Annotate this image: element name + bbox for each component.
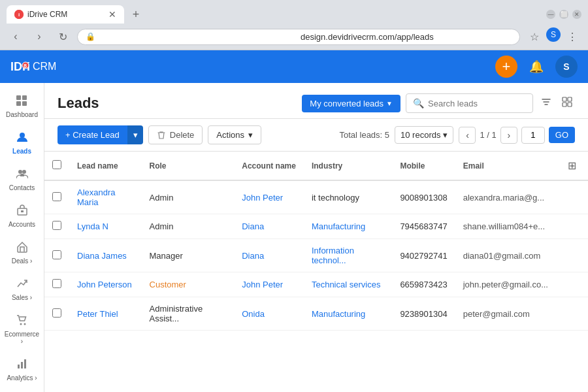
svg-text:8: 8: [24, 63, 27, 69]
minimize-button[interactable]: —: [546, 10, 555, 19]
actions-button[interactable]: Actions ▾: [208, 125, 261, 144]
records-arrow: ▾: [443, 130, 448, 140]
lead-name-link[interactable]: Alexandra Maria: [77, 188, 116, 207]
lead-name-link[interactable]: Diana James: [77, 251, 127, 261]
account-name-link[interactable]: Onida: [242, 309, 265, 319]
row-checkbox[interactable]: [52, 250, 61, 259]
bookmark-button[interactable]: ☆: [525, 27, 544, 46]
filter-icon-button[interactable]: [538, 94, 554, 112]
sidebar-item-dashboard[interactable]: Dashboard: [3, 90, 41, 123]
prev-page-button[interactable]: ‹: [459, 127, 476, 144]
create-lead-main[interactable]: + Create Lead: [57, 125, 127, 144]
row-checkbox[interactable]: [52, 221, 61, 230]
records-select[interactable]: 10 records ▾: [395, 126, 453, 144]
account-name-link[interactable]: Diana: [242, 221, 264, 231]
create-lead-dropdown-arrow[interactable]: ▾: [127, 125, 143, 144]
row-actions-cell: [556, 214, 588, 239]
close-window-button[interactable]: ✕: [572, 10, 581, 19]
tab-close-button[interactable]: ✕: [108, 9, 116, 20]
sidebar-item-analytics[interactable]: Analytics ›: [4, 353, 41, 387]
sidebar-item-contacts[interactable]: Contacts: [4, 163, 41, 197]
grid-view-button[interactable]: [559, 94, 575, 112]
table-row: Lynda N Admin Diana Manufacturing 794568…: [44, 214, 588, 239]
svg-rect-6: [22, 95, 27, 100]
col-industry[interactable]: Industry: [304, 152, 392, 180]
row-account-name: Onida: [234, 297, 304, 331]
pagination: ‹ 1 / 1 › GO: [459, 127, 575, 144]
select-all-checkbox[interactable]: [52, 160, 61, 169]
lead-name-link[interactable]: Peter Thiel: [77, 309, 118, 319]
lead-name-link[interactable]: John Peterson: [77, 280, 132, 289]
create-lead-button[interactable]: + Create Lead ▾: [57, 125, 143, 144]
search-input[interactable]: [428, 99, 526, 108]
create-lead-label: + Create Lead: [65, 130, 120, 140]
row-actions-cell: [556, 180, 588, 214]
sidebar-item-data-migration[interactable]: Data Migration: [3, 389, 41, 392]
account-name-link[interactable]: John Peter: [242, 193, 283, 203]
sidebar-item-leads[interactable]: Leads: [4, 126, 41, 160]
leads-table-body: Alexandra Maria Admin John Peter it tech…: [44, 180, 588, 331]
row-email: shane.william084+e...: [455, 214, 556, 239]
row-role: Admin: [142, 180, 235, 214]
filter-label: My converted leads: [310, 99, 384, 108]
add-button[interactable]: +: [495, 56, 517, 78]
row-checkbox[interactable]: [52, 308, 61, 318]
back-button[interactable]: ‹: [7, 27, 25, 46]
new-tab-button[interactable]: +: [127, 5, 145, 24]
sidebar-item-accounts[interactable]: Accounts: [4, 199, 41, 233]
col-email[interactable]: Email: [455, 152, 556, 180]
page-input[interactable]: [521, 127, 545, 144]
column-settings-button[interactable]: ⊞: [564, 158, 580, 173]
row-lead-name: Lynda N: [69, 214, 142, 239]
lock-icon: 🔒: [86, 32, 297, 41]
row-email: diana01@gmail.com: [455, 239, 556, 272]
delete-button[interactable]: Delete: [148, 125, 203, 144]
browser-tab[interactable]: i iDrive CRM ✕: [7, 5, 124, 24]
row-mobile: 9402792741: [392, 239, 455, 272]
col-account-name[interactable]: Account name: [234, 152, 304, 180]
svg-rect-26: [568, 103, 572, 106]
col-role[interactable]: Role: [142, 152, 235, 180]
lead-name-link[interactable]: Lynda N: [77, 221, 108, 231]
row-role: Administrative Assist...: [142, 297, 235, 331]
row-email: peter@gmail.com: [455, 297, 556, 331]
tab-title: iDrive CRM: [27, 10, 67, 19]
sidebar-item-sales[interactable]: Sales ›: [4, 272, 41, 306]
filter-dropdown[interactable]: My converted leads ▼: [302, 95, 400, 112]
row-role: Manager: [142, 239, 235, 272]
notifications-button[interactable]: 🔔: [525, 56, 547, 78]
svg-rect-23: [563, 97, 566, 101]
table-row: Peter Thiel Administrative Assist... Oni…: [44, 297, 588, 331]
sidebar-item-ecommerce[interactable]: Ecommerce ›: [2, 309, 42, 350]
row-checkbox-cell: [44, 272, 69, 297]
svg-point-11: [22, 170, 26, 174]
svg-point-10: [18, 170, 22, 174]
sidebar-leads-label: Leads: [12, 148, 31, 155]
col-mobile[interactable]: Mobile: [392, 152, 455, 180]
next-page-button[interactable]: ›: [500, 127, 517, 144]
reload-button[interactable]: ↻: [54, 27, 72, 46]
go-button[interactable]: GO: [549, 127, 575, 143]
address-bar[interactable]: 🔒 design.devidrivecrm.com/app/leads: [77, 29, 520, 45]
profile-button[interactable]: S: [546, 27, 561, 42]
forward-button[interactable]: ›: [30, 27, 48, 46]
logo-crm-text: CRM: [33, 61, 56, 73]
row-checkbox[interactable]: [52, 192, 61, 201]
table-row: John Peterson Customer John Peter Techni…: [44, 272, 588, 297]
col-settings: ⊞: [556, 152, 588, 180]
analytics-icon: [16, 358, 28, 373]
account-name-link[interactable]: Diana: [242, 251, 264, 261]
account-name-link[interactable]: John Peter: [242, 280, 283, 289]
ecommerce-icon: [16, 314, 28, 329]
row-mobile: 9008901308: [392, 180, 455, 214]
row-checkbox[interactable]: [52, 279, 61, 288]
address-text: design.devidrivecrm.com/app/leads: [301, 32, 512, 42]
actions-arrow: ▾: [248, 130, 253, 140]
user-avatar[interactable]: S: [555, 56, 578, 78]
sidebar-item-deals[interactable]: Deals ›: [4, 236, 41, 270]
menu-button[interactable]: ⋮: [563, 27, 581, 46]
maximize-button[interactable]: ⬜: [559, 10, 568, 19]
app-topbar: IDriv 8 CRM + 🔔 S: [0, 50, 588, 83]
col-lead-name[interactable]: Lead name: [69, 152, 142, 180]
row-checkbox-cell: [44, 239, 69, 272]
